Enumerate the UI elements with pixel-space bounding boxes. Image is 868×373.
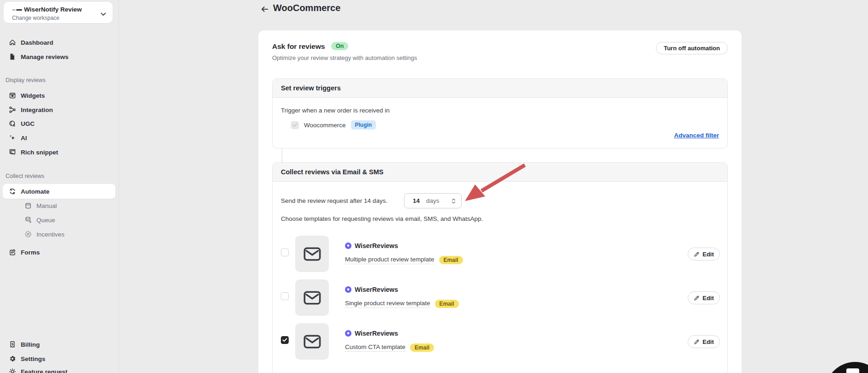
template-row: WiserReviews Custom CTA template Email E… <box>273 323 728 360</box>
sidebar-item-settings[interactable]: Settings <box>0 352 119 366</box>
sidebar-item-automate[interactable]: Automate <box>0 184 119 198</box>
check-icon <box>282 338 287 342</box>
sidebar-item-label: Manage reviews <box>21 53 69 60</box>
sidebar-item-dashboard[interactable]: Dashboard <box>0 36 119 49</box>
globe-dollar-icon: $ <box>8 120 16 128</box>
delay-select[interactable]: 14 days <box>404 193 462 208</box>
edit-template-button[interactable]: Edit <box>688 248 720 261</box>
box-lid-icon <box>24 202 32 210</box>
sidebar-item-ugc[interactable]: $ UGC <box>0 117 119 130</box>
sidebar-item-incentives[interactable]: Incentives <box>0 227 119 241</box>
sidebar-item-forms[interactable]: Forms <box>0 245 119 259</box>
sidebar-item-label: Billing <box>21 341 40 348</box>
repeat-arrows-icon <box>8 188 16 195</box>
template-name[interactable]: Multiple product review template <box>345 256 434 264</box>
template-checkbox[interactable] <box>281 336 289 344</box>
section-label-display-reviews: Display reviews <box>6 77 46 83</box>
envelope-icon <box>303 290 322 306</box>
plugin-badge: Plugin <box>351 120 376 130</box>
woocommerce-checkbox[interactable] <box>291 121 299 129</box>
sidebar-item-manage-reviews[interactable]: Manage reviews <box>0 50 119 64</box>
share-nodes-icon <box>8 106 16 114</box>
delay-unit: days <box>426 197 440 204</box>
automation-subtitle: Optimize your review strategy with autom… <box>272 54 417 61</box>
wiserreviews-badge-icon <box>345 243 351 249</box>
home-icon <box>8 39 16 47</box>
template-row: WiserReviews Multiple product review tem… <box>273 236 728 272</box>
back-button[interactable] <box>259 4 270 15</box>
sidebar-item-label: UGC <box>21 120 35 127</box>
sidebar-item-label: Automate <box>21 188 49 195</box>
workspace-switcher[interactable]: WiserNotify Review Change workspace <box>4 2 113 23</box>
check-icon <box>292 123 297 127</box>
sidebar-item-queue[interactable]: Queue <box>0 213 119 227</box>
delay-value: 14 <box>413 197 420 204</box>
channel-badge: Email <box>439 256 463 264</box>
sidebar-item-label: Rich snippet <box>21 149 58 156</box>
sidebar-item-ai[interactable]: AI <box>0 131 119 145</box>
page-title: WooCommerce <box>273 3 340 13</box>
template-thumbnail[interactable] <box>295 323 329 360</box>
workspace-name: WiserNotify Review <box>24 6 82 13</box>
sidebar-item-manual[interactable]: Manual <box>0 199 119 213</box>
review-triggers-section: Set review triggers Trigger when a new o… <box>272 78 728 148</box>
sidebar-item-label: Forms <box>21 249 40 256</box>
sidebar-item-label: Dashboard <box>21 39 54 46</box>
template-thumbnail[interactable] <box>295 279 329 316</box>
receipt-dollar-icon: $ <box>8 341 16 349</box>
edit-label: Edit <box>702 251 714 258</box>
arrow-left-icon <box>260 5 269 14</box>
wisernotify-logo-icon <box>12 7 22 12</box>
sidebar-item-rich-snippet[interactable]: Rich snippet <box>0 145 119 159</box>
template-checkbox[interactable] <box>281 249 289 256</box>
template-thumbnail[interactable] <box>295 236 329 272</box>
turn-off-automation-button[interactable]: Turn off automation <box>656 42 728 54</box>
sidebar-item-label: Incentives <box>36 231 65 238</box>
pencil-icon <box>694 295 700 301</box>
channel-badge: Email <box>410 343 434 352</box>
sidebar-item-label: Widgets <box>21 92 45 99</box>
advanced-filter-link[interactable]: Advanced filter <box>674 132 719 139</box>
triggers-heading: Set review triggers <box>273 79 727 98</box>
envelope-icon <box>303 334 322 349</box>
svg-text:$: $ <box>11 342 13 346</box>
template-name[interactable]: Custom CTA template <box>345 343 405 352</box>
wiserreviews-badge-icon <box>345 286 351 293</box>
template-brand-row: WiserReviews <box>345 242 398 249</box>
send-delay-text: Send the review request after 14 days. <box>281 197 387 204</box>
trigger-description: Trigger when a new order is received in <box>281 107 390 114</box>
stepper-chevrons-icon[interactable] <box>451 198 457 204</box>
edit-template-button[interactable]: Edit <box>688 335 720 348</box>
template-brand-row: WiserReviews <box>345 286 398 293</box>
sidebar-item-label: AI <box>21 135 27 142</box>
pencil-icon <box>694 251 700 257</box>
channel-badge: Email <box>435 300 459 308</box>
trigger-source-row: Woocommerce Plugin <box>291 120 376 130</box>
edit-label: Edit <box>702 295 714 302</box>
sidebar-item-billing[interactable]: $ Billing <box>0 337 119 351</box>
form-pencil-icon <box>8 249 16 256</box>
database-plus-icon <box>24 216 32 224</box>
template-brand: WiserReviews <box>355 330 398 337</box>
sidebar-item-label: Settings <box>21 355 45 362</box>
sidebar-item-integration[interactable]: Integration <box>0 103 119 117</box>
chevron-down-icon <box>101 10 106 18</box>
svg-text:$: $ <box>13 123 15 127</box>
template-detail-row: Single product review template Email <box>345 300 459 308</box>
sidebar: WiserNotify Review Change workspace Dash… <box>0 0 119 373</box>
discount-seal-icon <box>24 231 32 238</box>
template-name[interactable]: Single product review template <box>345 300 430 308</box>
collect-heading: Collect reviews via Email & SMS <box>273 163 727 182</box>
sidebar-item-feature-request[interactable]: Feature request <box>0 365 119 373</box>
envelope-icon <box>303 246 322 262</box>
chat-launcher-button[interactable] <box>825 362 868 373</box>
trigger-source-label: Woocommerce <box>304 122 346 129</box>
collect-reviews-section: Collect reviews via Email & SMS Send the… <box>272 162 728 373</box>
edit-template-button[interactable]: Edit <box>688 291 720 304</box>
template-checkbox[interactable] <box>281 292 289 300</box>
section-connector-line <box>282 148 282 162</box>
automation-title: Ask for reviews <box>272 42 325 51</box>
sidebar-item-widgets[interactable]: Widgets <box>0 89 119 102</box>
widget-icon <box>8 92 16 100</box>
document-icon <box>8 53 16 61</box>
